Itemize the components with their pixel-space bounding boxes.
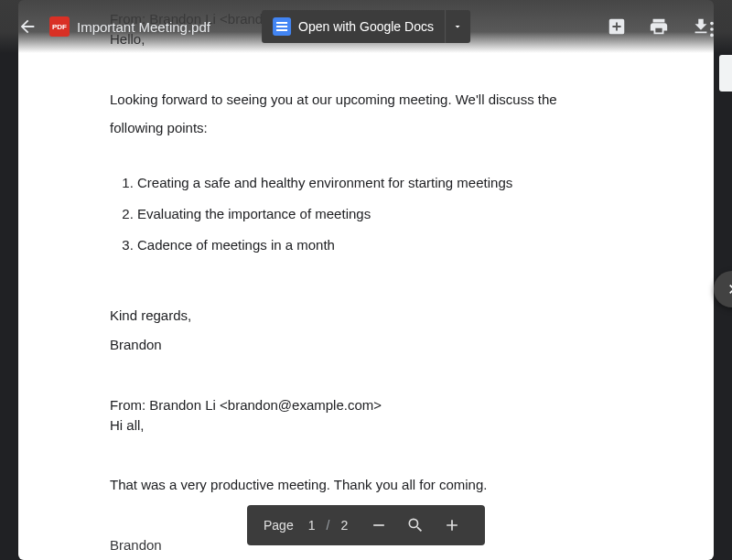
print-button[interactable] xyxy=(640,8,677,45)
doc-signature-1: Brandon xyxy=(110,335,622,355)
svg-point-0 xyxy=(710,22,714,26)
side-panel-sliver xyxy=(719,55,732,92)
next-page-button[interactable] xyxy=(714,271,732,307)
viewer-toolbar: PDF Important Meeting.pdf Open with Goog… xyxy=(0,0,732,53)
google-docs-icon xyxy=(273,17,291,36)
doc-point-2: Evaluating the importance of meetings xyxy=(137,204,622,224)
page-label: Page xyxy=(253,518,303,533)
doc-thanks-line: That was a very productive meeting. Than… xyxy=(110,475,622,495)
more-options-button[interactable] xyxy=(694,11,730,48)
add-to-drive-button[interactable] xyxy=(598,8,635,45)
doc-from-line-2: From: Brandon Li <brandon@example.com> xyxy=(110,395,622,415)
pdf-page: From: Brandon Li <brandon@example.com> H… xyxy=(18,0,714,560)
doc-intro-line-1: Looking forward to seeing you at our upc… xyxy=(110,90,622,110)
page-current[interactable]: 1 xyxy=(303,518,321,533)
doc-regards: Kind regards, xyxy=(110,306,622,326)
page-controls: Page 1 / 2 xyxy=(247,505,485,545)
document-filename: Important Meeting.pdf xyxy=(77,19,210,35)
page-separator: / xyxy=(321,518,336,533)
doc-greeting-2: Hi all, xyxy=(110,415,622,436)
pdf-badge-icon: PDF xyxy=(49,16,70,37)
back-button[interactable] xyxy=(9,8,46,45)
open-with-google-docs-button[interactable]: Open with Google Docs xyxy=(262,17,445,36)
doc-points-list: Creating a safe and healthy environment … xyxy=(110,173,622,254)
open-with-control: Open with Google Docs xyxy=(262,10,470,43)
zoom-out-button[interactable] xyxy=(361,507,397,544)
open-with-dropdown[interactable] xyxy=(445,10,470,43)
next-page-fab-container xyxy=(695,253,732,326)
zoom-reset-button[interactable] xyxy=(397,507,434,544)
doc-point-1: Creating a safe and healthy environment … xyxy=(137,173,622,193)
svg-point-2 xyxy=(710,34,714,38)
doc-point-3: Cadence of meetings in a month xyxy=(137,235,622,255)
doc-intro-line-2: following points: xyxy=(110,118,622,138)
open-with-label: Open with Google Docs xyxy=(298,19,434,34)
page-total: 2 xyxy=(335,518,361,533)
zoom-in-button[interactable] xyxy=(434,507,470,544)
svg-point-1 xyxy=(710,27,714,31)
